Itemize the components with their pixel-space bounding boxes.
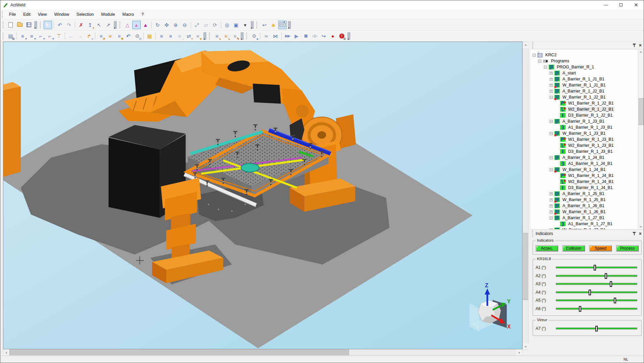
maximize-button[interactable]	[613, 0, 629, 9]
program-list-button[interactable]: ≡	[157, 32, 166, 40]
collapse-icon[interactable]: −	[550, 96, 553, 99]
indicator-process-button[interactable]: Process	[616, 245, 639, 251]
camera-view-dropdown[interactable]: ▾	[241, 21, 249, 29]
slider-a4-thumb[interactable]	[589, 290, 591, 295]
collapse-icon[interactable]: −	[550, 217, 553, 220]
tree-item-A1_Barrier_R_1_J7_B1[interactable]: A1_Barrier_R_1_J7_B1	[532, 221, 644, 227]
indicator-speed-button[interactable]: Speed	[589, 245, 612, 251]
menu-file[interactable]: File	[5, 11, 19, 18]
view-rotate-box-button[interactable]: ⟳	[211, 21, 219, 29]
scroll-right-arrow[interactable]: ›	[516, 349, 522, 355]
expand-icon[interactable]: +	[550, 78, 553, 81]
delete-confirm-button[interactable]: ✗	[77, 21, 85, 29]
insert-after-button[interactable]: ⌐+	[46, 32, 54, 40]
tree-item-W_Barrier_R_1_J5_B1[interactable]: +✱W_Barrier_R_1_J5_B1	[532, 197, 644, 203]
step-cycle-button[interactable]: ◁▷	[310, 32, 319, 40]
play-button[interactable]: ▶	[292, 32, 301, 40]
tree-item-A1_Barrier_R_1_J3_B1[interactable]: A1_Barrier_R_1_J3_B1	[532, 124, 644, 130]
expand-icon[interactable]: +	[550, 90, 553, 93]
teach-pendant-button[interactable]: ▤⚙	[6, 32, 15, 40]
tool-select-button[interactable]: ⚙▸	[250, 32, 258, 40]
transfer-list-button[interactable]: ⇄+	[185, 32, 193, 40]
slider-a6[interactable]	[556, 308, 637, 310]
close-button[interactable]: ✕	[629, 0, 644, 9]
tree-item-PROG_Barrier_R_1[interactable]: −PROG_Barrier_R_1	[532, 64, 644, 70]
center-view-button[interactable]: ◎	[223, 21, 231, 29]
menu-module[interactable]: Module	[97, 11, 118, 18]
play-fast-button[interactable]: ▶▶	[283, 32, 292, 40]
slider-a3-thumb[interactable]	[610, 281, 612, 287]
expand-icon[interactable]: +	[550, 210, 553, 214]
run-from-line-button[interactable]: ≡↘	[213, 32, 221, 40]
tree-item-A_Barrier_R_1_J6_B1[interactable]: +A_Barrier_R_1_J6_B1	[532, 203, 644, 209]
virtual-keyboard-button[interactable]	[278, 21, 287, 29]
slider-a2-thumb[interactable]	[605, 273, 607, 279]
vertical-scroll-track-lower[interactable]	[523, 300, 528, 344]
cell-grid-button[interactable]: ▦	[145, 32, 154, 40]
collapse-icon[interactable]: −	[550, 132, 553, 135]
expand-icon[interactable]: +	[550, 192, 553, 195]
tree-item-D3_Barrier_R_1_J2_B1[interactable]: D3_Barrier_R_1_J2_B1	[532, 112, 644, 118]
pick-direction-button[interactable]: ↗	[104, 21, 112, 29]
run-selection-button[interactable]: ≡↘	[222, 32, 230, 40]
pick-point-button[interactable]: ↖	[95, 21, 103, 29]
toolbar-overflow[interactable]	[347, 32, 350, 40]
process-program-button[interactable]: ≡✱	[115, 32, 123, 40]
tree-item-W_Barrier_R_1_J3_B1[interactable]: −✱W_Barrier_R_1_J3_B1	[532, 130, 644, 136]
wireframe-mode-button[interactable]: △	[123, 21, 132, 29]
save-file-button[interactable]	[24, 21, 33, 29]
slider-a5-thumb[interactable]	[614, 298, 616, 303]
tree-item-W1_Barrier_R_1_J3_B1[interactable]: ✱W1_Barrier_R_1_J3_B1	[532, 136, 644, 142]
insert-marker-button[interactable]: ⊤	[55, 32, 63, 40]
menu-window[interactable]: Window	[51, 11, 73, 18]
camera-view-button[interactable]: ▣	[232, 21, 240, 29]
minimize-button[interactable]: —	[598, 0, 613, 9]
slider-a3[interactable]	[556, 283, 637, 285]
tree-item-W1_Barrier_R_1_J2_B1[interactable]: ✱W1_Barrier_R_1_J2_B1	[532, 100, 644, 106]
tree-item-W2_Barrier_R_1_J3_B1[interactable]: ✱W2_Barrier_R_1_J3_B1	[532, 142, 644, 148]
tree-item-W_Barrier_R_1_J2_B1[interactable]: −✱W_Barrier_R_1_J2_B1	[532, 94, 644, 100]
zoom-out-button[interactable]: ⊖	[181, 21, 189, 29]
scroll-left-arrow[interactable]: ‹	[3, 349, 9, 355]
close-icon[interactable]: ×	[639, 231, 642, 236]
undo-button[interactable]: ↶	[56, 21, 64, 29]
collapse-icon[interactable]: −	[544, 66, 547, 69]
error-settings-button[interactable]: !⚙	[338, 32, 346, 40]
record-button[interactable]: ●	[329, 32, 337, 40]
slider-a6-thumb[interactable]	[579, 306, 581, 312]
sweep-check-button[interactable]: ↩	[260, 21, 268, 29]
insert-line-above-button[interactable]: ≡+	[18, 32, 27, 40]
tree-item-W2_Barrier_R_1_J4_B1[interactable]: ✱W2_Barrier_R_1_J4_B1	[532, 179, 644, 185]
slider-a2[interactable]	[556, 275, 637, 277]
tree-item-W_Barrier_R_1_J6_B1[interactable]: +✱W_Barrier_R_1_J6_B1	[532, 209, 644, 215]
expand-icon[interactable]: +	[550, 198, 553, 201]
tree-scroll-thumb[interactable]	[638, 98, 644, 125]
erase-marks-button[interactable]: ◆	[269, 21, 278, 29]
tree-item-A_Barrier_R_1_J5_B1[interactable]: +A_Barrier_R_1_J5_B1	[532, 191, 644, 197]
mirror-path-button[interactable]: ⋈	[271, 32, 280, 40]
toolbar-overflow[interactable]	[203, 32, 206, 40]
open-file-button[interactable]	[15, 21, 24, 29]
collapse-list-button[interactable]: ≡↓	[176, 32, 184, 40]
vertical-scroll-track[interactable]	[523, 48, 528, 233]
horizontal-scroll-thumb[interactable]	[9, 349, 349, 355]
scroll-down-arrow[interactable]: ›	[523, 344, 529, 350]
tree-scroll-down-arrow[interactable]: ›	[638, 224, 644, 229]
tree-item-D3_Barrier_R_1_J3_B1[interactable]: D3_Barrier_R_1_J3_B1	[532, 148, 644, 155]
pan-view-button[interactable]: ✜	[162, 21, 171, 29]
tree-item-A_Barrier_R_1_J3_B1[interactable]: −A_Barrier_R_1_J3_B1	[532, 118, 644, 124]
collapse-icon[interactable]: −	[533, 54, 536, 57]
tree-item-W_Barrier_R_1_J1_B1[interactable]: +✱W_Barrier_R_1_J1_B1	[532, 82, 644, 88]
tree-item-A_Barrier_R_1_J4_B1[interactable]: −A_Barrier_R_1_J4_B1	[532, 155, 644, 161]
pin-icon[interactable]	[633, 232, 636, 236]
reverse-path-button[interactable]: ↶	[124, 32, 133, 40]
scroll-up-arrow[interactable]: ‹	[523, 42, 529, 48]
expand-icon[interactable]: +	[550, 229, 553, 230]
slider-a1[interactable]	[556, 266, 637, 268]
redo-button[interactable]: ↷	[65, 21, 73, 29]
tree-item-A_start[interactable]: +A_start	[532, 70, 644, 76]
slider-a5[interactable]	[556, 299, 637, 301]
menu-edit[interactable]: Edit	[19, 11, 34, 18]
collapse-icon[interactable]: −	[550, 156, 553, 159]
select-tool-button[interactable]	[44, 21, 52, 29]
